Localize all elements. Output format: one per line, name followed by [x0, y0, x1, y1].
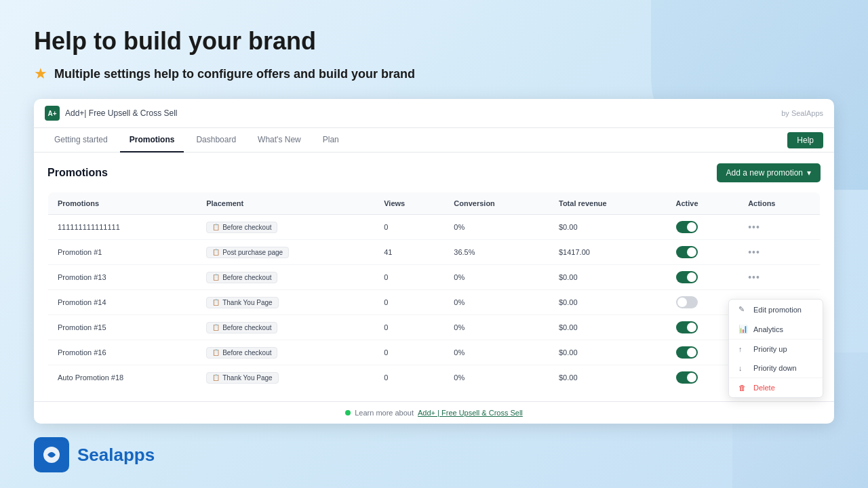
- tab-getting-started[interactable]: Getting started: [45, 128, 117, 152]
- placement-badge: 📋 Before checkout: [206, 347, 277, 359]
- active-toggle[interactable]: [676, 221, 698, 233]
- cell-revenue: $0.00: [549, 365, 667, 390]
- cell-name: 111111111111111: [48, 215, 197, 240]
- placement-badge: 📋 Before checkout: [206, 222, 277, 233]
- cell-active: [667, 265, 739, 290]
- cell-placement: 📋 Before checkout: [197, 215, 374, 240]
- priority-up-icon: ↑: [738, 345, 748, 353]
- active-toggle[interactable]: [676, 371, 698, 384]
- priority-up-label: Priority up: [753, 345, 787, 353]
- col-actions: Actions: [738, 192, 820, 215]
- app-title: Add+| Free Upsell & Cross Sell: [65, 108, 178, 118]
- main-content: Promotions Add a new promotion ▾ Promoti…: [34, 152, 834, 401]
- sealapps-logo-icon: [41, 444, 62, 466]
- placement-icon: 📋: [212, 274, 220, 281]
- edit-icon: ✎: [738, 305, 748, 314]
- by-sealapps: by SealApps: [781, 109, 823, 117]
- col-active: Active: [667, 192, 739, 215]
- table-row: Auto Promotion #18 📋 Thank You Page 0 0%…: [48, 365, 821, 390]
- cell-views: 0: [374, 315, 444, 340]
- active-toggle[interactable]: [676, 321, 698, 333]
- analytics-icon: 📊: [738, 325, 748, 333]
- placement-badge: 📋 Post purchase page: [206, 247, 289, 258]
- cell-name: Promotion #15: [48, 315, 197, 340]
- tab-whats-new[interactable]: What's New: [248, 128, 311, 152]
- cell-placement: 📋 Before checkout: [197, 340, 374, 365]
- delete-icon: 🗑: [738, 384, 748, 392]
- cell-revenue: $0.00: [549, 290, 667, 315]
- tab-dashboard[interactable]: Dashboard: [186, 128, 245, 152]
- cell-active: [667, 215, 739, 240]
- cell-actions: •••: [738, 240, 820, 265]
- cell-conversion: 0%: [444, 265, 549, 290]
- app-header-left: A+ Add+| Free Upsell & Cross Sell: [45, 106, 178, 121]
- actions-menu-trigger[interactable]: •••: [748, 222, 760, 232]
- page-container: Help to build your brand ★ Multiple sett…: [0, 0, 868, 488]
- table-header-row: Promotions Placement Views Conversion To…: [48, 192, 821, 215]
- cell-revenue: $0.00: [549, 265, 667, 290]
- nav-tabs: Getting started Promotions Dashboard Wha…: [34, 128, 834, 152]
- placement-badge: 📋 Before checkout: [206, 272, 277, 283]
- add-promotion-label: Add a new promotion: [726, 168, 803, 178]
- subtitle-text: Multiple settings help to configure offe…: [54, 67, 415, 81]
- table-row: Promotion #16 📋 Before checkout 0 0% $0.…: [48, 340, 821, 365]
- cell-revenue: $0.00: [549, 340, 667, 365]
- col-placement: Placement: [197, 192, 374, 215]
- placement-icon: 📋: [212, 249, 220, 256]
- priority-down-icon: ↓: [738, 364, 748, 372]
- subtitle-row: ★ Multiple settings help to configure of…: [34, 65, 834, 83]
- cell-conversion: 36.5%: [444, 240, 549, 265]
- cell-conversion: 0%: [444, 365, 549, 390]
- table-row: Promotion #14 📋 Thank You Page 0 0% $0.0…: [48, 290, 821, 315]
- cell-active: [667, 240, 739, 265]
- cell-conversion: 0%: [444, 315, 549, 340]
- cell-actions: •••: [738, 265, 820, 290]
- star-icon: ★: [34, 65, 47, 83]
- cell-views: 0: [374, 365, 444, 390]
- cell-views: 0: [374, 340, 444, 365]
- chevron-down-icon: ▾: [807, 168, 811, 178]
- main-title: Help to build your brand: [34, 27, 834, 56]
- dropdown-priority-up[interactable]: ↑ Priority up: [729, 340, 823, 359]
- cell-placement: 📋 Before checkout: [197, 265, 374, 290]
- cell-conversion: 0%: [444, 290, 549, 315]
- tab-plan[interactable]: Plan: [313, 128, 349, 152]
- col-conversion: Conversion: [444, 192, 549, 215]
- active-toggle[interactable]: [676, 346, 698, 359]
- promotions-section-title: Promotions: [47, 167, 108, 179]
- table-row: Promotion #13 📋 Before checkout 0 0% $0.…: [48, 265, 821, 290]
- tab-promotions[interactable]: Promotions: [120, 128, 184, 152]
- dropdown-edit[interactable]: ✎ Edit promotion: [729, 300, 823, 319]
- promotions-header: Promotions Add a new promotion ▾: [47, 163, 821, 182]
- actions-dropdown: ✎ Edit promotion 📊 Analytics ↑ Priority …: [728, 299, 823, 398]
- cell-views: 0: [374, 215, 444, 240]
- actions-menu-trigger[interactable]: •••: [748, 272, 760, 283]
- cell-conversion: 0%: [444, 340, 549, 365]
- brand-logo: [34, 437, 69, 472]
- placement-icon: 📋: [212, 324, 220, 331]
- col-revenue: Total revenue: [549, 192, 667, 215]
- add-promotion-button[interactable]: Add a new promotion ▾: [717, 163, 821, 182]
- placement-icon: 📋: [212, 224, 220, 230]
- actions-menu-trigger[interactable]: •••: [748, 247, 760, 258]
- active-toggle[interactable]: [676, 296, 698, 308]
- status-dot: [345, 410, 351, 415]
- col-views: Views: [374, 192, 444, 215]
- dropdown-delete[interactable]: 🗑 Delete: [729, 378, 823, 397]
- help-button[interactable]: Help: [787, 132, 823, 148]
- cell-revenue: $1417.00: [549, 240, 667, 265]
- active-toggle[interactable]: [676, 271, 698, 283]
- footer-link[interactable]: Add+ | Free Upsell & Cross Sell: [418, 409, 523, 417]
- table-row: 111111111111111 📋 Before checkout 0 0% $…: [48, 215, 821, 240]
- col-promotions: Promotions: [48, 192, 197, 215]
- cell-views: 41: [374, 240, 444, 265]
- placement-icon: 📋: [212, 299, 220, 306]
- cell-revenue: $0.00: [549, 215, 667, 240]
- table-body: 111111111111111 📋 Before checkout 0 0% $…: [48, 215, 821, 390]
- placement-badge: 📋 Before checkout: [206, 322, 277, 333]
- dropdown-analytics[interactable]: 📊 Analytics: [729, 319, 823, 339]
- app-logo: A+: [45, 106, 60, 121]
- active-toggle[interactable]: [676, 246, 698, 258]
- dropdown-priority-down[interactable]: ↓ Priority down: [729, 359, 823, 378]
- analytics-label: Analytics: [753, 325, 783, 333]
